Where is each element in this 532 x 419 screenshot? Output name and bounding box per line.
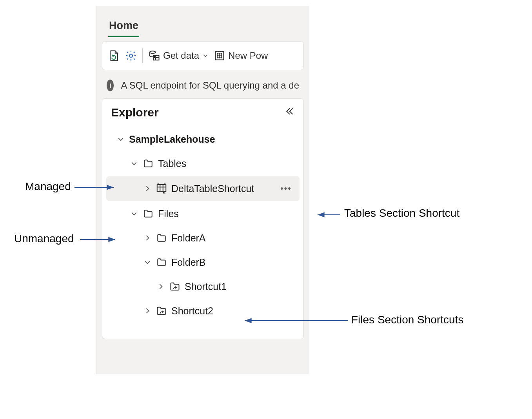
table-shortcut-icon: [156, 183, 167, 194]
ribbon-separator: [142, 48, 143, 63]
tree-label-delta-table-shortcut: DeltaTableShortcut: [171, 183, 254, 194]
explorer-title: Explorer: [111, 106, 159, 119]
folder-icon: [156, 257, 167, 267]
chevron-right-icon: [143, 307, 152, 315]
tree-node-files[interactable]: Files: [102, 201, 303, 226]
tree-node-tables[interactable]: Tables: [102, 151, 303, 176]
svg-rect-13: [157, 185, 166, 192]
chevron-down-icon: [130, 210, 138, 218]
tree-label-shortcut1: Shortcut1: [185, 281, 227, 292]
tree-node-lakehouse-root[interactable]: SampleLakehouse: [102, 127, 303, 151]
tree-label-folder-b: FolderB: [171, 257, 206, 268]
tree-node-folder-a[interactable]: FolderA: [102, 226, 303, 250]
tab-strip: Home: [96, 6, 309, 37]
svg-point-8: [219, 55, 220, 56]
svg-point-11: [219, 57, 220, 58]
new-powerbi-label: New Pow: [228, 50, 268, 61]
tree-label-root: SampleLakehouse: [129, 134, 215, 145]
ribbon-toolbar: Get data New Pow: [102, 41, 304, 70]
explorer-tree: SampleLakehouse Tables: [102, 127, 303, 323]
chevron-right-icon: [143, 185, 152, 192]
folder-icon: [156, 233, 167, 243]
svg-point-4: [217, 53, 218, 54]
info-text: A SQL endpoint for SQL querying and a de: [121, 80, 299, 91]
svg-point-0: [129, 54, 133, 57]
folder-icon: [142, 158, 154, 169]
annotation-arrow: [80, 236, 119, 244]
refresh-icon: [108, 50, 120, 62]
new-powerbi-button[interactable]: New Pow: [214, 50, 268, 61]
folder-icon: [142, 209, 154, 219]
chevron-down-icon: [143, 258, 152, 266]
more-icon[interactable]: •••: [280, 183, 294, 194]
annotation-files-shortcuts: Files Section Shortcuts: [351, 314, 463, 326]
chevron-down-icon: [130, 160, 138, 167]
annotation-tables-shortcut: Tables Section Shortcut: [344, 207, 459, 219]
get-data-button[interactable]: Get data: [148, 50, 209, 62]
collapse-explorer-button[interactable]: [285, 106, 295, 119]
svg-point-10: [217, 57, 218, 58]
svg-point-1: [150, 51, 156, 53]
tree-label-folder-a: FolderA: [171, 232, 206, 244]
info-icon: i: [107, 80, 114, 91]
annotation-arrow: [74, 184, 118, 192]
tree-label-shortcut2: Shortcut2: [171, 305, 213, 317]
folder-shortcut-icon: [156, 305, 167, 316]
info-bar: i A SQL endpoint for SQL querying and a …: [96, 76, 309, 98]
chevron-right-icon: [143, 234, 152, 242]
svg-point-12: [221, 57, 222, 58]
tab-home[interactable]: Home: [108, 17, 139, 37]
annotation-managed: Managed: [25, 180, 71, 193]
folder-shortcut-icon: [169, 281, 181, 292]
settings-button[interactable]: [125, 50, 137, 62]
annotation-unmanaged: Unmanaged: [14, 232, 74, 245]
annotation-arrow: [243, 317, 353, 325]
explorer-panel: Explorer SampleLakehouse: [102, 98, 304, 339]
tree-node-folder-b[interactable]: FolderB: [102, 250, 303, 274]
chevron-left-double-icon: [285, 106, 295, 116]
chevron-down-icon: [116, 135, 125, 143]
tree-label-files: Files: [158, 208, 179, 219]
tree-label-tables: Tables: [158, 158, 186, 169]
svg-point-9: [221, 55, 222, 56]
tree-node-delta-table-shortcut[interactable]: DeltaTableShortcut •••: [106, 176, 300, 201]
database-table-icon: [148, 50, 160, 62]
tree-node-shortcut1[interactable]: Shortcut1: [102, 274, 303, 299]
svg-point-6: [221, 53, 222, 54]
grid-icon: [214, 50, 225, 61]
svg-point-5: [219, 53, 220, 54]
svg-point-7: [217, 55, 218, 56]
gear-icon: [125, 50, 137, 62]
chevron-down-icon: [202, 53, 209, 59]
get-data-label: Get data: [163, 50, 199, 61]
chevron-right-icon: [156, 283, 165, 290]
annotation-arrow: [316, 212, 343, 219]
refresh-button[interactable]: [108, 50, 120, 62]
